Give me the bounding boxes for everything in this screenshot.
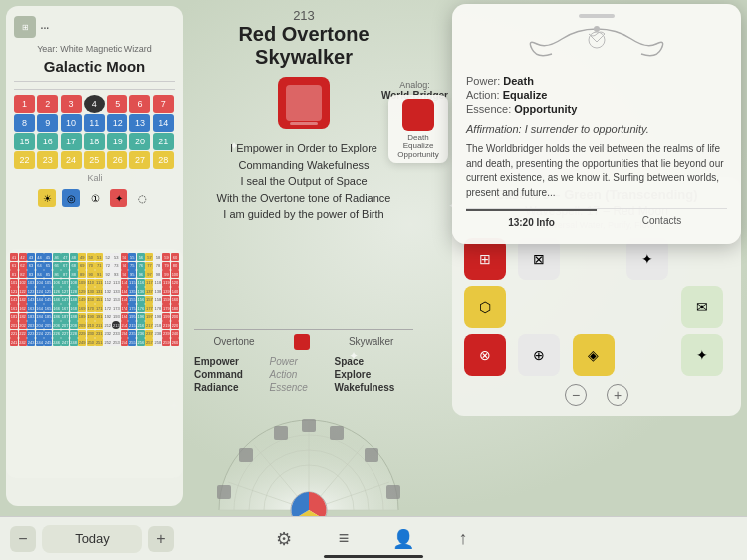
cal-cell-13[interactable]: 13 — [129, 114, 150, 132]
kin-icon-13[interactable]: ◈ — [573, 334, 615, 376]
svg-rect-13 — [365, 448, 378, 462]
keywords-section: Overtone Skywalker Empower Power Space C… — [194, 329, 413, 393]
cal-cell-28[interactable]: 28 — [153, 151, 174, 169]
cal-cell-10[interactable]: 10 — [61, 114, 82, 132]
cal-cell-11[interactable]: 11 — [84, 114, 105, 132]
kin-icon-4[interactable]: ✦ — [626, 238, 668, 280]
kin-icon-1[interactable]: ⊞ — [464, 238, 506, 280]
kw-command: Command — [194, 369, 262, 380]
seal-icon[interactable] — [278, 77, 330, 129]
list-button[interactable]: ≡ — [329, 524, 359, 554]
cal-cell-1[interactable]: 1 — [14, 95, 35, 113]
svg-point-15 — [594, 26, 600, 32]
kali-label: Kali — [14, 173, 175, 183]
kin-icon-6[interactable]: ⬡ — [464, 286, 506, 328]
affirmation-line-4: With the Overtone tone of Radiance — [194, 190, 413, 207]
menu-icon[interactable]: ⊞ — [14, 16, 36, 38]
kin-icon-8 — [573, 286, 615, 328]
cal-cell-25[interactable]: 25 — [84, 151, 105, 169]
cal-cell-21[interactable]: 21 — [153, 133, 174, 150]
analog-sub2: Equalize — [392, 141, 444, 150]
cal-cell-6[interactable]: 6 — [129, 95, 150, 113]
drag-handle[interactable] — [579, 14, 615, 18]
tone-icon — [294, 334, 310, 350]
stepper-minus-btn[interactable]: − — [565, 384, 587, 406]
day-number: 213 — [194, 8, 413, 23]
svg-rect-11 — [302, 419, 316, 432]
cal-cell-18[interactable]: 18 — [84, 133, 105, 150]
seal-decoration — [290, 122, 318, 125]
action-row: Action: Equalize — [466, 89, 727, 101]
zoom-in-button[interactable]: + — [148, 526, 174, 552]
zoom-out-button[interactable]: − — [10, 526, 36, 552]
power-value: Death — [503, 75, 534, 87]
essence-row: Essence: Opportunity — [466, 103, 727, 115]
kin-icon-3 — [573, 238, 615, 280]
worldbridger-popup: Power: Death Action: Equalize Essence: O… — [452, 4, 741, 244]
icon-more[interactable]: ◌ — [133, 189, 151, 207]
cal-cell-2[interactable]: 2 — [37, 95, 58, 113]
kin-icon-15[interactable]: ✦ — [681, 334, 723, 376]
kw-action-action: Action — [270, 369, 327, 380]
cal-cell-16[interactable]: 16 — [37, 133, 58, 150]
cal-cell-26[interactable]: 26 — [107, 151, 127, 169]
analog-text: Analog: — [381, 80, 448, 90]
cal-cell-20[interactable]: 20 — [129, 133, 150, 150]
cal-cell-12[interactable]: 12 — [107, 114, 127, 132]
kw-empower: Empower — [194, 356, 262, 367]
svg-rect-10 — [274, 426, 288, 440]
icon-water[interactable]: ◎ — [62, 189, 80, 207]
cal-cell-8[interactable]: 8 — [14, 114, 35, 132]
analog-card[interactable]: Death Equalize Opportunity — [388, 95, 448, 163]
cal-cell-7[interactable]: 7 — [153, 95, 174, 113]
cal-cell-19[interactable]: 19 — [107, 133, 127, 150]
kin-icon-9 — [626, 286, 668, 328]
icon-kin[interactable]: ① — [86, 189, 104, 207]
bottom-left-controls: − Today + — [0, 525, 184, 553]
bottom-center-icons: ⚙ ≡ 👤 ↑ — [184, 524, 563, 554]
share-button[interactable]: ↑ — [448, 524, 478, 554]
cal-cell-27[interactable]: 27 — [129, 151, 150, 169]
cal-cell-3[interactable]: 3 — [61, 95, 82, 113]
cal-cell-5[interactable]: 5 — [107, 95, 127, 113]
svg-rect-9 — [239, 448, 253, 462]
svg-rect-14 — [386, 485, 400, 499]
cal-cell-4[interactable]: 4 — [84, 95, 105, 113]
kin-icon-11[interactable]: ⊗ — [464, 334, 506, 376]
stepper-plus-btn[interactable]: + — [607, 384, 628, 406]
person-button[interactable]: 👤 — [388, 524, 418, 554]
more-dots[interactable]: ··· — [40, 19, 49, 35]
tab-1320-info[interactable]: 13:20 Info — [466, 209, 597, 234]
cal-cell-14[interactable]: 14 — [153, 114, 174, 132]
cal-cell-22[interactable]: 22 — [14, 151, 35, 169]
kin-icon-12[interactable]: ⊕ — [518, 334, 560, 376]
affirmation-line-2: Commanding Wakefulness — [194, 157, 413, 174]
cal-cell-24[interactable]: 24 — [61, 151, 82, 169]
icon-fire[interactable]: ✦ — [110, 189, 127, 207]
tone-seal-row: Overtone Skywalker — [194, 336, 413, 350]
cal-cell-15[interactable]: 15 — [14, 133, 35, 150]
popup-tabs: 13:20 Info Contacts — [466, 208, 727, 234]
kw-explore: Explore — [335, 369, 413, 380]
action-label: Action: — [466, 89, 500, 101]
year-label: Year: White Magnetic Wizard — [14, 44, 175, 54]
icon-sun[interactable]: ☀ — [38, 189, 56, 207]
analog-sub1: Death — [392, 133, 444, 141]
cal-cell-23[interactable]: 23 — [37, 151, 58, 169]
cal-cell-9[interactable]: 9 — [37, 114, 58, 132]
day-name: Red Overtone Skywalker — [194, 23, 413, 69]
today-button[interactable]: Today — [42, 525, 142, 553]
tab-contacts[interactable]: Contacts — [597, 209, 727, 234]
home-indicator — [324, 555, 423, 558]
kin-icon-10[interactable]: ✉ — [681, 286, 723, 328]
seal-label: Skywalker — [349, 336, 394, 350]
tab-contacts-label: Contacts — [642, 215, 681, 226]
divider — [14, 81, 175, 82]
kin-icon-grid: ⊞ ⊠ ✦ ⬡ ✉ ⊗ ⊕ ◈ ✦ — [464, 238, 729, 376]
kin-icon-2[interactable]: ⊠ — [518, 238, 560, 280]
cal-cell-17[interactable]: 17 — [61, 133, 82, 150]
kin-grid-panel: 4142434445464748495051525354555657585960… — [6, 249, 183, 478]
kin-icon-7 — [518, 286, 560, 328]
gear-button[interactable]: ⚙ — [269, 524, 299, 554]
separator — [194, 329, 413, 330]
